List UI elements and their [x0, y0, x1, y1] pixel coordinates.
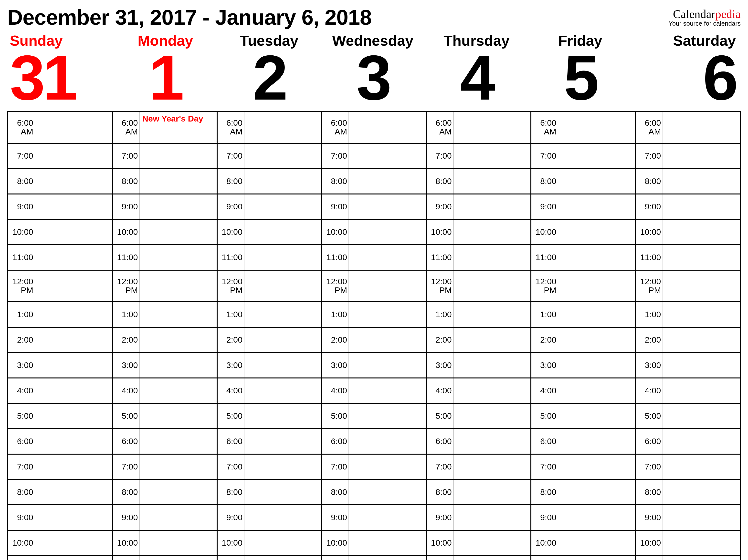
event-slot — [140, 220, 216, 244]
schedule-cell: 8:00 — [322, 169, 427, 194]
time-label: 6:00 — [636, 429, 663, 454]
event-slot — [35, 144, 112, 168]
schedule-cell: 12:00PM — [113, 271, 217, 301]
time-label: 11:00 — [8, 245, 35, 270]
time-label: 8:00 — [8, 169, 35, 194]
time-row: 3:003:003:003:003:003:003:00 — [8, 353, 740, 379]
time-row: 7:007:007:007:007:007:007:00 — [8, 144, 740, 169]
schedule-cell: 11:00 — [113, 245, 217, 270]
event-slot — [35, 169, 112, 194]
time-label: 11:00 — [217, 556, 244, 560]
event-slot — [558, 220, 635, 244]
time-label: 9:00 — [322, 505, 349, 530]
schedule-cell: 9:00 — [531, 505, 636, 530]
event-slot — [244, 379, 321, 403]
time-label: 7:00 — [217, 144, 244, 168]
event-slot — [35, 271, 112, 301]
time-row: 5:005:005:005:005:005:005:00 — [8, 404, 740, 429]
event-slot — [558, 271, 635, 301]
event-slot — [140, 429, 216, 454]
schedule-cell: 5:00 — [531, 404, 636, 428]
time-label: 6:00 — [531, 429, 558, 454]
day-header: Saturday6 — [632, 32, 741, 106]
day-header: Sunday31 — [7, 32, 114, 106]
event-slot — [663, 505, 740, 530]
time-label: 9:00 — [322, 194, 349, 219]
week-title: December 31, 2017 - January 6, 2018 — [7, 5, 371, 30]
time-row: 9:009:009:009:009:009:009:00 — [8, 505, 740, 531]
schedule-cell: 4:00 — [427, 379, 531, 403]
event-slot — [35, 429, 112, 454]
time-label: 8:00 — [636, 169, 663, 194]
schedule-cell: 9:00 — [427, 194, 531, 219]
schedule-cell: 7:00 — [636, 455, 740, 479]
schedule-cell: 8:00 — [636, 169, 740, 194]
schedule-cell: 11:00 — [8, 556, 113, 560]
schedule-cell: 7:00 — [322, 144, 427, 168]
event-slot — [663, 220, 740, 244]
time-label: 8:00 — [217, 480, 244, 504]
event-slot — [349, 505, 426, 530]
schedule-cell: 8:00 — [636, 480, 740, 504]
event-slot — [454, 220, 531, 244]
schedule-grid: 6:00AM6:00AMNew Year's Day6:00AM6:00AM6:… — [7, 111, 741, 560]
time-label: 5:00 — [427, 404, 454, 428]
time-label: 8:00 — [531, 480, 558, 504]
event-slot — [454, 328, 531, 352]
schedule-cell: 10:00 — [217, 220, 322, 244]
event-slot — [244, 194, 321, 219]
time-row: 10:0010:0010:0010:0010:0010:0010:00 — [8, 531, 740, 556]
schedule-cell: 6:00AM — [217, 112, 322, 143]
time-label: 4:00 — [113, 379, 140, 403]
schedule-cell: 6:00 — [531, 429, 636, 454]
time-label: 11:00 — [427, 556, 454, 560]
time-label: 1:00 — [113, 302, 140, 327]
event-slot — [349, 194, 426, 219]
time-label: 7:00 — [113, 144, 140, 168]
event-slot — [454, 404, 531, 428]
schedule-cell: 7:00 — [8, 455, 113, 479]
schedule-cell: 6:00 — [636, 429, 740, 454]
event-slot — [349, 556, 426, 560]
time-label: 12:00PM — [636, 271, 663, 301]
schedule-cell: 7:00 — [427, 144, 531, 168]
event-slot — [454, 455, 531, 479]
schedule-cell: 12:00PM — [8, 271, 113, 301]
time-label: 8:00 — [322, 169, 349, 194]
time-label: 11:00 — [217, 245, 244, 270]
time-row: 2:002:002:002:002:002:002:00 — [8, 328, 740, 353]
event-slot — [140, 328, 216, 352]
event-slot — [349, 112, 426, 143]
time-label: 3:00 — [636, 353, 663, 378]
event-slot — [558, 404, 635, 428]
event-slot — [349, 379, 426, 403]
schedule-cell: 8:00 — [427, 480, 531, 504]
schedule-cell: 5:00 — [427, 404, 531, 428]
time-row: 1:001:001:001:001:001:001:00 — [8, 302, 740, 328]
schedule-cell: 5:00 — [8, 404, 113, 428]
time-label: 6:00AM — [322, 112, 349, 143]
event-slot — [35, 302, 112, 327]
time-label: 10:00 — [8, 531, 35, 555]
time-label: 6:00AM — [636, 112, 663, 143]
time-label: 5:00 — [322, 404, 349, 428]
time-label: 3:00 — [8, 353, 35, 378]
schedule-cell: 6:00AM — [8, 112, 113, 143]
schedule-cell: 4:00 — [636, 379, 740, 403]
event-slot — [349, 328, 426, 352]
event-slot — [35, 194, 112, 219]
event-slot — [454, 379, 531, 403]
schedule-cell: 6:00 — [322, 429, 427, 454]
schedule-cell: 8:00 — [531, 169, 636, 194]
event-slot — [349, 302, 426, 327]
event-slot — [244, 429, 321, 454]
time-label: 7:00 — [531, 455, 558, 479]
time-label: 1:00 — [217, 302, 244, 327]
schedule-cell: 12:00PM — [636, 271, 740, 301]
day-number: 6 — [632, 49, 736, 106]
event-slot — [35, 220, 112, 244]
schedule-cell: 6:00AM — [531, 112, 636, 143]
schedule-cell: 10:00 — [322, 220, 427, 244]
event-slot — [558, 245, 635, 270]
time-label: 4:00 — [636, 379, 663, 403]
